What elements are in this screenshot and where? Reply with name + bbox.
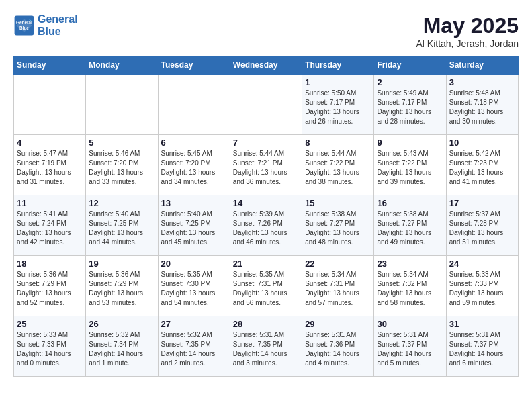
- day-info: Sunrise: 5:35 AM Sunset: 7:30 PM Dayligh…: [161, 270, 227, 308]
- day-cell: 13Sunrise: 5:40 AM Sunset: 7:25 PM Dayli…: [158, 195, 230, 256]
- day-cell: 29Sunrise: 5:31 AM Sunset: 7:36 PM Dayli…: [302, 316, 374, 377]
- day-info: Sunrise: 5:42 AM Sunset: 7:23 PM Dayligh…: [449, 149, 515, 187]
- day-cell: 18Sunrise: 5:36 AM Sunset: 7:29 PM Dayli…: [14, 256, 86, 316]
- day-cell: [230, 75, 302, 135]
- day-cell: 31Sunrise: 5:31 AM Sunset: 7:37 PM Dayli…: [446, 316, 518, 377]
- day-info: Sunrise: 5:33 AM Sunset: 7:33 PM Dayligh…: [449, 270, 515, 308]
- day-info: Sunrise: 5:31 AM Sunset: 7:36 PM Dayligh…: [305, 330, 371, 368]
- weekday-sunday: Sunday: [14, 56, 86, 75]
- day-number: 10: [449, 138, 515, 148]
- day-cell: 24Sunrise: 5:33 AM Sunset: 7:33 PM Dayli…: [446, 256, 518, 316]
- day-number: 3: [449, 77, 515, 87]
- day-number: 29: [305, 319, 371, 329]
- title-block: May 2025 Al Kittah, Jerash, Jordan: [416, 13, 519, 49]
- day-info: Sunrise: 5:36 AM Sunset: 7:29 PM Dayligh…: [17, 270, 83, 308]
- location: Al Kittah, Jerash, Jordan: [416, 38, 519, 49]
- day-cell: 7Sunrise: 5:44 AM Sunset: 7:21 PM Daylig…: [230, 135, 302, 195]
- svg-text:Blue: Blue: [19, 26, 29, 30]
- day-cell: 30Sunrise: 5:31 AM Sunset: 7:37 PM Dayli…: [374, 316, 446, 377]
- day-cell: 26Sunrise: 5:32 AM Sunset: 7:34 PM Dayli…: [86, 316, 158, 377]
- day-info: Sunrise: 5:48 AM Sunset: 7:18 PM Dayligh…: [449, 89, 515, 126]
- week-row-3: 11Sunrise: 5:41 AM Sunset: 7:24 PM Dayli…: [14, 195, 519, 256]
- day-number: 9: [377, 138, 443, 148]
- calendar-header: SundayMondayTuesdayWednesdayThursdayFrid…: [14, 56, 519, 75]
- day-number: 17: [449, 198, 515, 208]
- day-cell: 8Sunrise: 5:44 AM Sunset: 7:22 PM Daylig…: [302, 135, 374, 195]
- day-number: 28: [233, 319, 299, 329]
- day-cell: 19Sunrise: 5:36 AM Sunset: 7:29 PM Dayli…: [86, 256, 158, 316]
- week-row-4: 18Sunrise: 5:36 AM Sunset: 7:29 PM Dayli…: [14, 256, 519, 316]
- day-number: 4: [17, 138, 83, 148]
- day-number: 21: [233, 259, 299, 269]
- month-title: May 2025: [416, 13, 519, 38]
- day-info: Sunrise: 5:37 AM Sunset: 7:28 PM Dayligh…: [449, 210, 515, 247]
- day-cell: 10Sunrise: 5:42 AM Sunset: 7:23 PM Dayli…: [446, 135, 518, 195]
- day-number: 23: [377, 259, 443, 269]
- day-info: Sunrise: 5:34 AM Sunset: 7:31 PM Dayligh…: [305, 270, 371, 308]
- day-info: Sunrise: 5:33 AM Sunset: 7:33 PM Dayligh…: [17, 330, 83, 368]
- day-info: Sunrise: 5:32 AM Sunset: 7:35 PM Dayligh…: [161, 330, 227, 368]
- day-info: Sunrise: 5:36 AM Sunset: 7:29 PM Dayligh…: [89, 270, 154, 308]
- day-cell: [14, 75, 86, 135]
- day-number: 24: [449, 259, 515, 269]
- day-number: 1: [305, 77, 371, 87]
- day-cell: 1Sunrise: 5:50 AM Sunset: 7:17 PM Daylig…: [302, 75, 374, 135]
- logo: General Blue General Blue: [13, 13, 78, 38]
- day-info: Sunrise: 5:44 AM Sunset: 7:22 PM Dayligh…: [305, 149, 371, 187]
- week-row-5: 25Sunrise: 5:33 AM Sunset: 7:33 PM Dayli…: [14, 316, 519, 377]
- day-info: Sunrise: 5:39 AM Sunset: 7:26 PM Dayligh…: [233, 210, 299, 247]
- day-info: Sunrise: 5:38 AM Sunset: 7:27 PM Dayligh…: [377, 210, 443, 247]
- week-row-2: 4Sunrise: 5:47 AM Sunset: 7:19 PM Daylig…: [14, 135, 519, 195]
- day-number: 26: [89, 319, 154, 329]
- day-info: Sunrise: 5:49 AM Sunset: 7:17 PM Dayligh…: [377, 89, 443, 126]
- day-info: Sunrise: 5:31 AM Sunset: 7:35 PM Dayligh…: [233, 330, 299, 368]
- day-number: 16: [377, 198, 443, 208]
- day-number: 20: [161, 259, 227, 269]
- day-cell: 11Sunrise: 5:41 AM Sunset: 7:24 PM Dayli…: [14, 195, 86, 256]
- day-number: 15: [305, 198, 371, 208]
- logo-icon: General Blue: [13, 15, 35, 36]
- svg-text:General: General: [16, 20, 32, 25]
- day-number: 2: [377, 77, 443, 87]
- day-info: Sunrise: 5:40 AM Sunset: 7:25 PM Dayligh…: [89, 210, 154, 247]
- weekday-monday: Monday: [86, 56, 158, 75]
- day-cell: 25Sunrise: 5:33 AM Sunset: 7:33 PM Dayli…: [14, 316, 86, 377]
- day-info: Sunrise: 5:35 AM Sunset: 7:31 PM Dayligh…: [233, 270, 299, 308]
- day-info: Sunrise: 5:34 AM Sunset: 7:32 PM Dayligh…: [377, 270, 443, 308]
- day-number: 12: [89, 198, 154, 208]
- day-number: 11: [17, 198, 83, 208]
- day-cell: 5Sunrise: 5:46 AM Sunset: 7:20 PM Daylig…: [86, 135, 158, 195]
- day-cell: 4Sunrise: 5:47 AM Sunset: 7:19 PM Daylig…: [14, 135, 86, 195]
- weekday-header-row: SundayMondayTuesdayWednesdayThursdayFrid…: [14, 56, 519, 75]
- day-info: Sunrise: 5:50 AM Sunset: 7:17 PM Dayligh…: [305, 89, 371, 126]
- day-cell: 22Sunrise: 5:34 AM Sunset: 7:31 PM Dayli…: [302, 256, 374, 316]
- day-cell: 12Sunrise: 5:40 AM Sunset: 7:25 PM Dayli…: [86, 195, 158, 256]
- day-info: Sunrise: 5:31 AM Sunset: 7:37 PM Dayligh…: [377, 330, 443, 368]
- day-number: 19: [89, 259, 154, 269]
- week-row-1: 1Sunrise: 5:50 AM Sunset: 7:17 PM Daylig…: [14, 75, 519, 135]
- day-cell: 21Sunrise: 5:35 AM Sunset: 7:31 PM Dayli…: [230, 256, 302, 316]
- day-info: Sunrise: 5:40 AM Sunset: 7:25 PM Dayligh…: [161, 210, 227, 247]
- day-cell: 9Sunrise: 5:43 AM Sunset: 7:22 PM Daylig…: [374, 135, 446, 195]
- weekday-thursday: Thursday: [302, 56, 374, 75]
- day-number: 8: [305, 138, 371, 148]
- weekday-saturday: Saturday: [446, 56, 518, 75]
- day-number: 22: [305, 259, 371, 269]
- day-cell: 3Sunrise: 5:48 AM Sunset: 7:18 PM Daylig…: [446, 75, 518, 135]
- day-number: 14: [233, 198, 299, 208]
- day-number: 7: [233, 138, 299, 148]
- day-cell: 27Sunrise: 5:32 AM Sunset: 7:35 PM Dayli…: [158, 316, 230, 377]
- day-number: 6: [161, 138, 227, 148]
- calendar-table: SundayMondayTuesdayWednesdayThursdayFrid…: [13, 56, 519, 377]
- weekday-wednesday: Wednesday: [230, 56, 302, 75]
- day-info: Sunrise: 5:46 AM Sunset: 7:20 PM Dayligh…: [89, 149, 154, 187]
- day-cell: 28Sunrise: 5:31 AM Sunset: 7:35 PM Dayli…: [230, 316, 302, 377]
- day-number: 31: [449, 319, 515, 329]
- day-number: 18: [17, 259, 83, 269]
- day-info: Sunrise: 5:32 AM Sunset: 7:34 PM Dayligh…: [89, 330, 154, 368]
- day-cell: 15Sunrise: 5:38 AM Sunset: 7:27 PM Dayli…: [302, 195, 374, 256]
- day-cell: 23Sunrise: 5:34 AM Sunset: 7:32 PM Dayli…: [374, 256, 446, 316]
- day-info: Sunrise: 5:41 AM Sunset: 7:24 PM Dayligh…: [17, 210, 83, 247]
- day-cell: 2Sunrise: 5:49 AM Sunset: 7:17 PM Daylig…: [374, 75, 446, 135]
- day-number: 30: [377, 319, 443, 329]
